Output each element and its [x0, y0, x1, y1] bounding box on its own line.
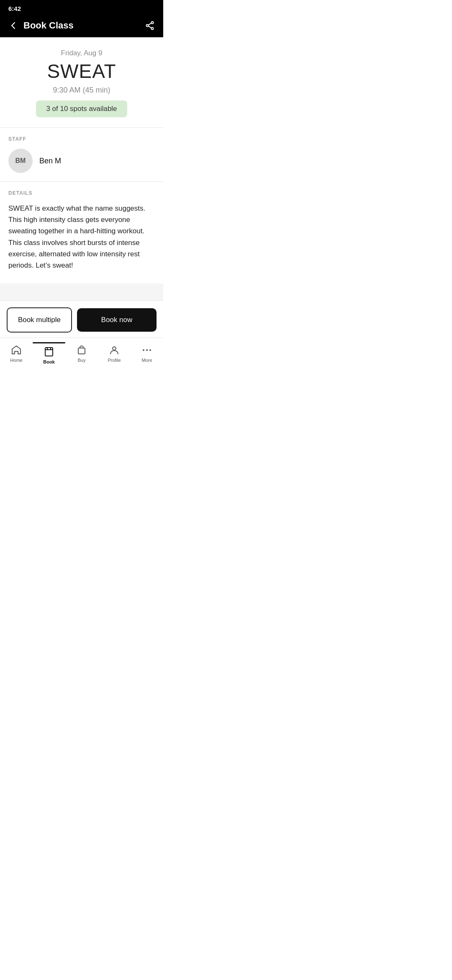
staff-row: BM Ben M [8, 149, 155, 176]
profile-label: Profile [108, 358, 121, 363]
details-label: DETAILS [8, 190, 155, 196]
profile-icon [108, 344, 120, 356]
details-text: SWEAT is exactly what the name suggests.… [8, 203, 155, 271]
book-active-indicator [33, 342, 65, 343]
svg-point-0 [152, 22, 154, 24]
book-multiple-button[interactable]: Book multiple [7, 307, 72, 333]
staff-name: Ben M [39, 157, 61, 165]
svg-point-12 [146, 349, 148, 351]
nav-item-more[interactable]: More [131, 344, 163, 363]
buy-icon [76, 344, 87, 356]
svg-line-3 [148, 23, 151, 25]
nav-title: Book Class [23, 20, 74, 31]
nav-item-home[interactable]: Home [0, 344, 33, 363]
book-label: Book [43, 359, 55, 364]
svg-rect-5 [45, 348, 53, 356]
hero-section: Friday, Aug 9 SWEAT 9:30 AM (45 min) 3 o… [0, 37, 163, 127]
svg-line-4 [148, 26, 151, 28]
svg-point-1 [146, 25, 149, 27]
buy-label: Buy [78, 358, 86, 363]
nav-item-buy[interactable]: Buy [65, 344, 98, 363]
book-icon [43, 346, 55, 358]
staff-section: STAFF BM Ben M [0, 128, 163, 181]
class-time: 9:30 AM (45 min) [8, 86, 155, 95]
nav-item-book[interactable]: Book [33, 342, 65, 364]
more-label: More [141, 358, 152, 363]
class-date: Friday, Aug 9 [8, 49, 155, 57]
staff-initials: BM [15, 157, 26, 165]
svg-rect-9 [78, 348, 85, 354]
share-button[interactable] [144, 20, 156, 31]
status-time: 6:42 [8, 5, 21, 12]
details-section: DETAILS SWEAT is exactly what the name s… [0, 182, 163, 284]
action-buttons: Book multiple Book now [0, 300, 163, 338]
spots-badge: 3 of 10 spots available [36, 101, 127, 117]
content-spacer [0, 284, 163, 300]
svg-point-10 [113, 347, 116, 350]
svg-point-11 [143, 349, 144, 351]
back-button[interactable] [8, 20, 19, 31]
home-icon [10, 344, 22, 356]
bottom-nav: Home Book Buy [0, 338, 163, 373]
class-name: SWEAT [8, 60, 155, 83]
svg-point-13 [149, 349, 151, 351]
nav-bar: Book Class [0, 15, 163, 37]
status-bar: 6:42 [0, 0, 163, 15]
staff-avatar: BM [8, 149, 33, 173]
svg-point-2 [152, 28, 154, 30]
book-now-button[interactable]: Book now [77, 308, 157, 332]
nav-item-profile[interactable]: Profile [98, 344, 131, 363]
home-label: Home [10, 358, 22, 363]
more-icon [141, 344, 153, 356]
staff-label: STAFF [8, 136, 155, 142]
